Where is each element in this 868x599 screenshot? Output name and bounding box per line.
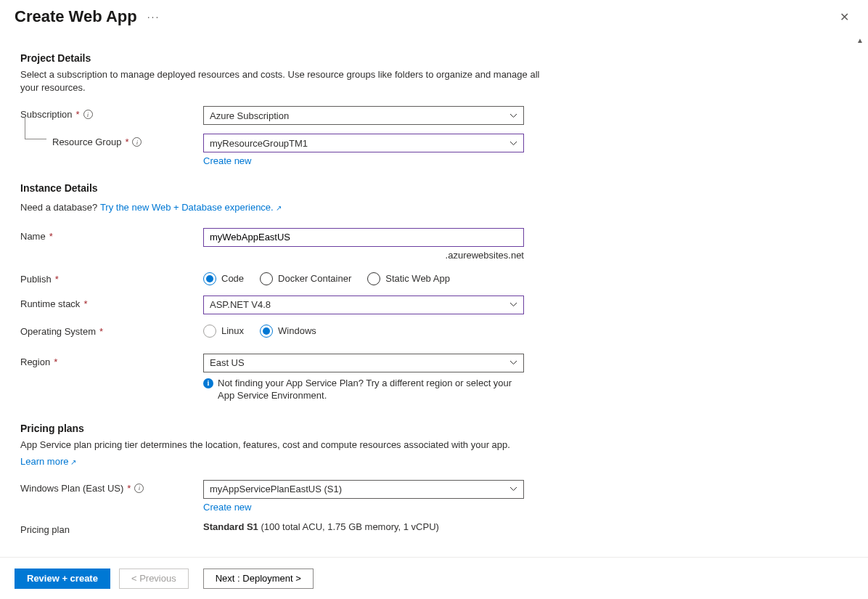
external-link-icon: ↗ [70,458,76,466]
runtime-dropdown[interactable]: ASP.NET V4.8 [203,296,524,314]
tree-connector [25,118,46,139]
subscription-row: Subscription * i Azure Subscription [20,106,848,125]
required-asterisk: * [83,298,87,309]
previous-button: < Previous [119,569,189,589]
web-database-link[interactable]: Try the new Web + Database experience.↗ [100,201,282,214]
chevron-down-icon [509,486,517,492]
subscription-label: Subscription * i [20,106,203,120]
pricing-desc: App Service plan pricing tier determines… [20,439,543,452]
info-icon[interactable]: i [134,484,144,493]
region-label: Region * [20,354,203,367]
region-row: Region * East US i Not finding your App … [20,354,848,402]
region-hint: i Not finding your App Service Plan? Try… [203,377,524,402]
publish-static-option[interactable]: Static Web App [367,272,450,285]
info-icon: i [203,378,213,388]
info-icon[interactable]: i [132,137,142,147]
required-asterisk: * [127,483,131,494]
plan-label: Windows Plan (East US) * i [20,480,203,494]
os-row: Operating System * Linux Windows [20,323,848,338]
create-new-plan-link[interactable]: Create new [203,502,251,513]
external-link-icon: ↗ [276,204,282,212]
chevron-down-icon [509,113,517,118]
pricing-tier-row: Pricing plan Standard S1 (100 total ACU,… [20,521,848,535]
required-asterisk: * [49,231,53,242]
radio-icon [367,272,380,285]
radio-icon [203,325,216,338]
radio-icon [260,272,273,285]
project-details-heading: Project Details [20,52,848,64]
publish-docker-option[interactable]: Docker Container [260,272,351,285]
os-label: Operating System * [20,323,203,337]
page-header: Create Web App ··· ✕ [0,0,868,26]
required-asterisk: * [125,136,128,147]
name-row: Name * .azurewebsites.net [20,228,848,261]
next-button[interactable]: Next : Deployment > [203,569,314,589]
required-asterisk: * [55,274,59,285]
name-label: Name * [20,228,203,242]
create-new-rg-link[interactable]: Create new [203,155,251,166]
resource-group-row: Resource Group * i myResourceGroupTM1 Cr… [20,134,848,166]
resource-group-label: Resource Group * i [20,134,203,147]
plan-row: Windows Plan (East US) * i myAppServiceP… [20,480,848,513]
publish-code-option[interactable]: Code [203,272,244,285]
content-scroll[interactable]: Project Details Select a subscription to… [0,36,868,555]
learn-more-link[interactable]: Learn more↗ [20,456,76,467]
required-asterisk: * [76,109,80,120]
page-title: Create Web App [15,7,137,26]
database-prompt: Need a database? Try the new Web + Datab… [20,198,543,214]
footer-actions: Review + create < Previous Next : Deploy… [0,557,868,599]
instance-details-heading: Instance Details [20,182,848,194]
close-icon[interactable]: ✕ [840,10,849,24]
more-icon[interactable]: ··· [147,11,160,23]
publish-label: Publish * [20,271,203,285]
plan-dropdown[interactable]: myAppServicePlanEastUS (S1) [203,480,524,499]
runtime-label: Runtime stack * [20,296,203,309]
radio-icon [260,325,273,338]
publish-row: Publish * Code Docker Container Static W… [20,271,848,285]
region-dropdown[interactable]: East US [203,354,524,372]
required-asterisk: * [54,356,57,367]
os-windows-option[interactable]: Windows [260,325,316,338]
subscription-dropdown[interactable]: Azure Subscription [203,106,524,125]
name-input[interactable] [203,228,524,247]
info-icon[interactable]: i [83,110,93,119]
name-suffix: .azurewebsites.net [203,250,524,261]
chevron-down-icon [509,360,517,365]
project-details-desc: Select a subscription to manage deployed… [20,68,543,94]
pricing-tier-value: Standard S1 (100 total ACU, 1.75 GB memo… [203,521,439,532]
chevron-down-icon [509,302,517,307]
publish-radio-group: Code Docker Container Static Web App [203,271,450,285]
review-create-button[interactable]: Review + create [15,569,110,589]
required-asterisk: * [99,326,103,337]
os-radio-group: Linux Windows [203,323,316,338]
pricing-heading: Pricing plans [20,423,848,434]
radio-icon [203,272,216,285]
runtime-row: Runtime stack * ASP.NET V4.8 [20,296,848,314]
resource-group-dropdown[interactable]: myResourceGroupTM1 [203,134,524,152]
chevron-down-icon [509,141,517,146]
pricing-tier-label: Pricing plan [20,521,203,535]
name-field[interactable] [210,232,517,243]
os-linux-option[interactable]: Linux [203,325,244,338]
